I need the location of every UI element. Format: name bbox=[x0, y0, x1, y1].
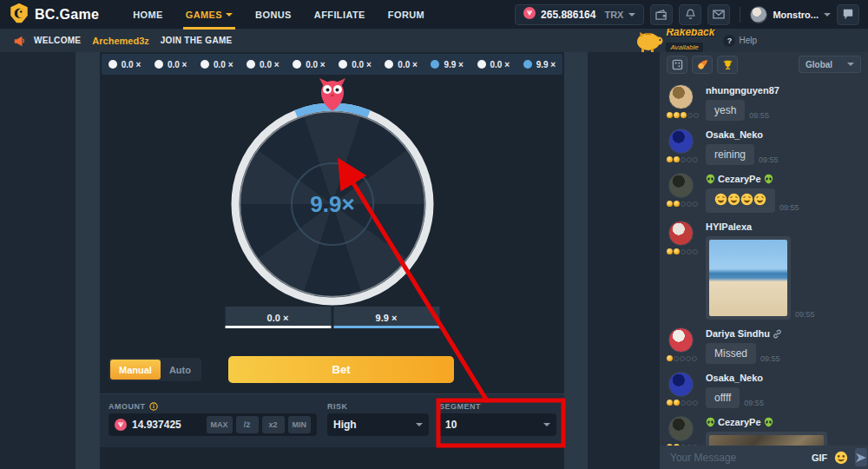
balance-selector[interactable]: 265.886164 TRX bbox=[515, 4, 644, 25]
rakeback-widget[interactable]: Rakeback Available bbox=[635, 28, 714, 53]
auto-mode-button[interactable]: Auto bbox=[161, 360, 200, 380]
dice-button[interactable] bbox=[667, 56, 687, 74]
leaderboard-button[interactable] bbox=[717, 56, 738, 74]
chat-message: nhungnguyen87yesh09:55 bbox=[660, 80, 868, 124]
chevron-down-icon bbox=[628, 13, 635, 17]
mail-icon bbox=[713, 10, 725, 19]
chat-username[interactable]: Dariya Sindhu bbox=[706, 327, 782, 340]
chat-image-beach[interactable] bbox=[709, 240, 787, 316]
wheel-center-multiplier: 9.9× bbox=[310, 191, 354, 217]
info-icon[interactable] bbox=[149, 402, 158, 411]
chat-channel-value: Global bbox=[806, 60, 832, 69]
chat-message: Osaka_Nekoreining09:55 bbox=[660, 124, 868, 168]
wallet-icon bbox=[655, 10, 667, 20]
wallet-button[interactable] bbox=[650, 4, 673, 25]
badge-row bbox=[667, 112, 700, 118]
chevron-down-icon bbox=[847, 63, 854, 66]
amount-value[interactable]: 14.937425 bbox=[132, 419, 203, 431]
megaphone-icon bbox=[12, 35, 26, 47]
wheel-game-panel: 0.0 ×0.0 ×0.0 ×0.0 ×0.0 ×0.0 ×0.0 ×9.9 ×… bbox=[100, 52, 564, 469]
notifications-button[interactable] bbox=[679, 4, 701, 25]
user-menu[interactable]: Monstro... bbox=[750, 6, 831, 23]
gold-medal-icon bbox=[667, 201, 673, 207]
risk-select[interactable]: High bbox=[327, 413, 429, 436]
badge-row bbox=[667, 201, 700, 207]
brand[interactable]: BC.Game bbox=[9, 3, 99, 27]
hot-games-button[interactable] bbox=[692, 56, 713, 74]
chat-channel-select[interactable]: Global bbox=[799, 56, 861, 73]
smiley-icon bbox=[834, 451, 848, 465]
chat-message-input[interactable] bbox=[670, 452, 805, 464]
menu-item-home[interactable]: HOME bbox=[122, 0, 174, 29]
chat-message: CezaryPe09:55 bbox=[660, 168, 868, 216]
chat-toggle-button[interactable] bbox=[837, 4, 859, 25]
gold-medal-icon bbox=[667, 248, 673, 254]
wheel[interactable]: 9.9× bbox=[228, 100, 437, 308]
gold-medal-icon bbox=[674, 112, 680, 118]
chat-message: CezaryPe09:55 bbox=[660, 412, 868, 446]
chat-username[interactable]: Osaka_Neko bbox=[706, 129, 779, 141]
messages-button[interactable] bbox=[707, 4, 730, 25]
chat-sidebar: Global nhungnguyen87yesh09:55Osaka_Nekor… bbox=[660, 52, 868, 469]
balance-value: 265.886164 bbox=[541, 9, 595, 21]
avatar[interactable] bbox=[668, 84, 694, 109]
send-message-button[interactable] bbox=[855, 448, 867, 466]
risk-value: High bbox=[333, 419, 357, 431]
laughing-emoji-icon bbox=[714, 193, 727, 206]
manual-mode-button[interactable]: Manual bbox=[110, 360, 161, 380]
segment-value: 10 bbox=[445, 419, 457, 431]
menu-item-affiliate[interactable]: AFFILIATE bbox=[303, 0, 377, 29]
empty-medal-icon bbox=[686, 356, 691, 361]
amount-field[interactable]: 14.937425 MAX /2 x2 MIN bbox=[108, 413, 317, 436]
legend-item-high[interactable]: 9.9 × bbox=[333, 307, 439, 328]
trophy-icon bbox=[722, 59, 733, 70]
emoji-picker-button[interactable] bbox=[834, 451, 848, 465]
empty-medal-icon bbox=[687, 201, 692, 207]
badge-row bbox=[667, 156, 700, 162]
help-button[interactable]: ? Help bbox=[723, 35, 757, 47]
amount-group: AMOUNT 14.937425 MAX /2 x2 MIN bbox=[108, 400, 317, 447]
question-icon: ? bbox=[723, 35, 735, 47]
segment-group: SEGMENT 10 bbox=[439, 400, 556, 447]
coin-icon bbox=[523, 7, 536, 23]
chat-username[interactable]: nhungnguyen87 bbox=[706, 84, 779, 96]
avatar[interactable] bbox=[668, 416, 694, 441]
gif-button[interactable]: GIF bbox=[812, 452, 827, 463]
double-button[interactable]: x2 bbox=[262, 416, 285, 433]
chevron-down-icon bbox=[416, 423, 423, 426]
rakeback-title: Rakeback bbox=[666, 28, 714, 37]
welcome-player-name[interactable]: Archemed3z bbox=[92, 36, 148, 46]
bet-button[interactable]: Bet bbox=[228, 356, 454, 383]
avatar[interactable] bbox=[668, 129, 694, 154]
avatar[interactable] bbox=[668, 327, 694, 353]
chat-image-cat[interactable] bbox=[709, 435, 824, 446]
chat-messages[interactable]: nhungnguyen87yesh09:55Osaka_Nekoreining0… bbox=[660, 76, 868, 446]
chat-username[interactable]: CezaryPe bbox=[706, 416, 852, 428]
avatar[interactable] bbox=[668, 372, 694, 397]
avatar[interactable] bbox=[668, 221, 694, 246]
avatar[interactable] bbox=[668, 173, 694, 198]
menu-item-games[interactable]: GAMES bbox=[174, 0, 244, 29]
mode-toggle: Manual Auto bbox=[108, 358, 201, 381]
empty-medal-icon bbox=[674, 356, 679, 361]
chat-message: Osaka_Nekooffff09:55 bbox=[660, 367, 868, 412]
alien-emoji-icon bbox=[764, 174, 773, 184]
empty-medal-icon bbox=[694, 113, 699, 118]
chat-username[interactable]: HYIPalexa bbox=[706, 221, 815, 233]
min-button[interactable]: MIN bbox=[288, 416, 312, 433]
navbar-right: 265.886164 TRX Monstro... bbox=[515, 4, 859, 25]
legend-item-low[interactable]: 0.0 × bbox=[225, 307, 331, 328]
chat-bubble bbox=[706, 188, 775, 213]
menu-item-bonus[interactable]: BONUS bbox=[244, 0, 303, 29]
chat-input-bar: GIF bbox=[660, 446, 868, 469]
gold-medal-icon bbox=[681, 112, 687, 118]
segment-label: SEGMENT bbox=[439, 402, 481, 411]
chat-username[interactable]: Osaka_Neko bbox=[706, 372, 764, 384]
menu-item-forum[interactable]: FORUM bbox=[377, 0, 436, 29]
half-button[interactable]: /2 bbox=[236, 416, 259, 433]
chevron-down-icon bbox=[226, 13, 233, 17]
chat-username[interactable]: CezaryPe bbox=[706, 173, 799, 185]
username: Monstro... bbox=[773, 10, 819, 20]
segment-select[interactable]: 10 bbox=[439, 413, 556, 436]
max-button[interactable]: MAX bbox=[207, 416, 233, 433]
